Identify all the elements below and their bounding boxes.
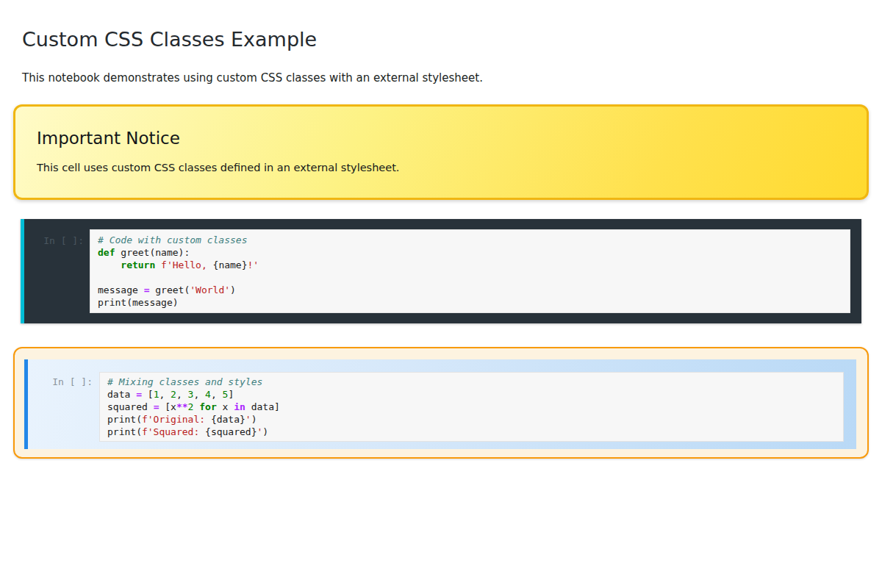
code-token: f'Original: bbox=[142, 414, 211, 425]
code-line: # Code with custom classes bbox=[98, 234, 842, 246]
input-prompt: In [ ]: bbox=[24, 219, 90, 323]
code-editor[interactable]: # Mixing classes and stylesdata = [1, 2,… bbox=[99, 372, 844, 442]
code-token bbox=[155, 259, 161, 270]
code-cell-styled[interactable]: In [ ]: # Mixing classes and stylesdata … bbox=[13, 347, 869, 459]
code-token: [ bbox=[142, 389, 154, 400]
code-token: 4 bbox=[205, 389, 211, 400]
code-line: print(message) bbox=[98, 296, 842, 309]
page-title: Custom CSS Classes Example bbox=[22, 28, 860, 51]
code-token: ) bbox=[262, 426, 268, 437]
code-token: ] bbox=[228, 389, 234, 400]
code-token: def bbox=[98, 247, 115, 258]
code-token: x bbox=[217, 401, 234, 412]
code-token: {data} bbox=[211, 414, 245, 425]
code-cell-dark[interactable]: In [ ]: # Code with custom classesdef gr… bbox=[21, 219, 861, 323]
code-line: def greet(name): bbox=[98, 246, 842, 259]
code-token: data bbox=[107, 389, 136, 400]
code-token: , bbox=[193, 389, 205, 400]
code-token: , bbox=[211, 389, 223, 400]
notice-body: This cell uses custom CSS classes define… bbox=[37, 161, 845, 175]
code-token: print( bbox=[107, 414, 142, 425]
code-line: print(f'Squared: {squared}') bbox=[107, 426, 836, 438]
notice-title: Important Notice bbox=[37, 128, 845, 148]
code-token: !' bbox=[248, 259, 259, 270]
code-token: in bbox=[234, 401, 245, 412]
code-token: squared bbox=[107, 401, 154, 412]
code-token: {name} bbox=[213, 259, 248, 270]
code-token: ) bbox=[230, 284, 236, 295]
code-token: , bbox=[159, 389, 171, 400]
code-token: print(message) bbox=[98, 297, 179, 308]
notice-box: Important Notice This cell uses custom C… bbox=[13, 104, 869, 200]
code-token: data] bbox=[245, 401, 280, 412]
code-line: squared = [x**2 for x in data] bbox=[107, 401, 836, 413]
code-line: print(f'Original: {data}') bbox=[107, 413, 836, 426]
code-cell-styled-panel: In [ ]: # Mixing classes and stylesdata … bbox=[24, 359, 856, 449]
code-token: for bbox=[199, 401, 216, 412]
code-line: message = greet('World') bbox=[98, 284, 842, 296]
code-token: ** bbox=[176, 401, 188, 412]
code-token: 2 bbox=[171, 389, 176, 400]
code-token: greet( bbox=[149, 284, 190, 295]
code-token: 'World' bbox=[190, 284, 230, 295]
code-token: # Code with custom classes bbox=[98, 234, 248, 245]
code-token: ' bbox=[245, 414, 251, 425]
code-token: # Mixing classes and styles bbox=[107, 376, 262, 387]
code-token: print( bbox=[107, 426, 142, 437]
input-prompt: In [ ]: bbox=[28, 359, 99, 449]
code-token: {squared} bbox=[205, 426, 257, 437]
code-token: message bbox=[98, 284, 144, 295]
code-token: f'Hello, bbox=[161, 259, 212, 270]
code-token: ) bbox=[251, 414, 257, 425]
code-line: data = [1, 2, 3, 4, 5] bbox=[107, 388, 836, 401]
code-token: , bbox=[176, 389, 188, 400]
code-editor[interactable]: # Code with custom classesdef greet(name… bbox=[90, 229, 850, 313]
code-line: return f'Hello, {name}!' bbox=[98, 259, 842, 271]
code-token: f'Squared: bbox=[142, 426, 205, 437]
code-line: # Mixing classes and styles bbox=[107, 376, 836, 388]
page-subtitle: This notebook demonstrates using custom … bbox=[22, 71, 860, 85]
code-token bbox=[98, 259, 121, 270]
code-line bbox=[98, 271, 842, 284]
code-token: return bbox=[121, 259, 155, 270]
notebook-page: Custom CSS Classes Example This notebook… bbox=[0, 28, 882, 459]
code-token: greet(name): bbox=[115, 247, 190, 258]
code-token: [x bbox=[159, 401, 176, 412]
code-token: = bbox=[136, 389, 142, 400]
